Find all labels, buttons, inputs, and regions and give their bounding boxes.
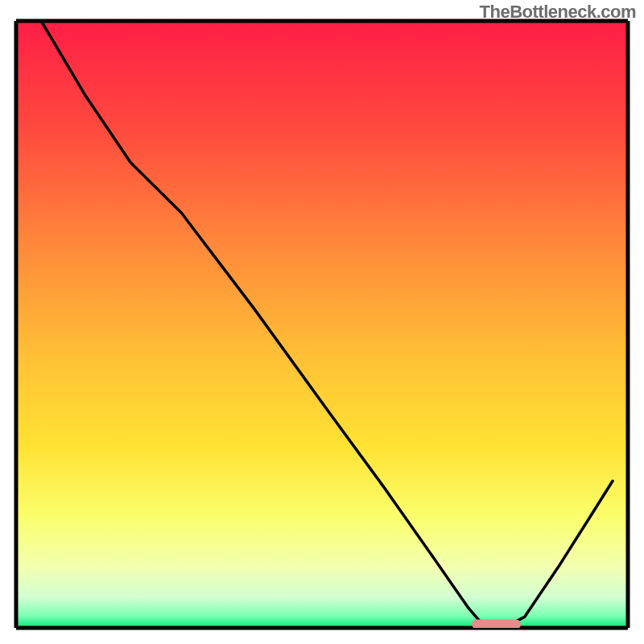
watermark-text: TheBottleneck.com [480,2,636,23]
gradient-background [16,21,628,628]
optimal-range-marker [472,620,521,630]
chart-svg [0,0,644,644]
bottleneck-chart: TheBottleneck.com [0,0,644,644]
